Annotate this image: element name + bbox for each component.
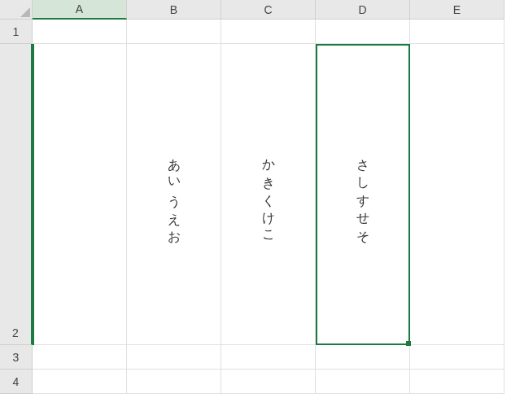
cell-B1[interactable] [127,20,221,44]
cell-D2[interactable]: さしすせそ [316,44,410,345]
grid-row [33,20,511,44]
cell-B3[interactable] [127,345,221,370]
cell-C3[interactable] [221,345,316,370]
cell-B4[interactable] [127,370,221,394]
cell-B2[interactable]: あいうえお [127,44,221,345]
row-header-4[interactable]: 4 [0,370,33,394]
cell-D3[interactable] [316,345,410,370]
row-header-label: 2 [12,326,19,339]
col-header-label: B [170,3,177,16]
row-header-2[interactable]: 2 [0,44,33,345]
col-header-E[interactable]: E [410,0,504,20]
cell-E3[interactable] [410,345,504,370]
col-header-D[interactable]: D [316,0,410,20]
cell-D1[interactable] [316,20,410,44]
col-header-label: C [264,3,272,16]
cell-D4[interactable] [316,370,410,394]
row-header-3[interactable]: 3 [0,345,33,370]
cell-A3[interactable] [33,345,127,370]
col-header-A[interactable]: A [33,0,127,20]
col-header-label: A [76,2,83,15]
spreadsheet: A B C D E 1 2 3 4 あいうえお かきくけこ さしすせそ [0,0,511,420]
cell-value: あいうえお [165,150,182,239]
cell-A4[interactable] [33,370,127,394]
col-header-label: D [358,3,366,16]
row-header-label: 3 [13,351,20,364]
row-selection-indicator [33,44,34,345]
cell-C2[interactable]: かきくけこ [221,44,316,345]
select-all-triangle-icon [20,7,30,17]
cell-E4[interactable] [410,370,504,394]
cell-A2[interactable] [33,44,127,345]
row-header-1[interactable]: 1 [0,20,33,44]
cell-value: さしすせそ [354,150,371,239]
cell-E2[interactable] [410,44,504,345]
cell-A1[interactable] [33,20,127,44]
col-header-B[interactable]: B [127,0,221,20]
column-headers: A B C D E [33,0,511,20]
cell-value: かきくけこ [260,150,277,239]
cell-C1[interactable] [221,20,316,44]
select-all-corner[interactable] [0,0,33,20]
grid-row [33,345,511,370]
col-header-C[interactable]: C [221,0,316,20]
grid-row: あいうえお かきくけこ さしすせそ [33,44,511,345]
grid-row [33,370,511,394]
cell-C4[interactable] [221,370,316,394]
row-header-label: 1 [13,25,20,38]
col-header-label: E [453,3,461,16]
row-headers: 1 2 3 4 [0,20,33,420]
row-header-label: 4 [13,375,20,388]
cell-E1[interactable] [410,20,504,44]
grid: あいうえお かきくけこ さしすせそ [33,20,511,420]
